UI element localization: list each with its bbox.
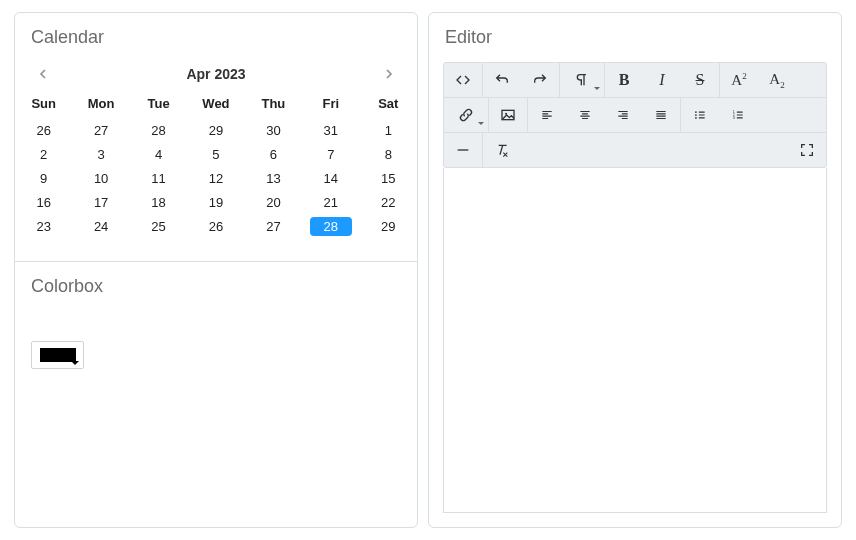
weekday-header: Sun xyxy=(15,94,72,118)
bold-button[interactable]: B xyxy=(605,63,643,97)
calendar-card: Calendar Apr 2023 SunMonTueWedThuFriSat … xyxy=(14,12,418,262)
svg-text:3: 3 xyxy=(733,116,735,120)
calendar-day[interactable]: 27 xyxy=(72,118,129,142)
calendar-day[interactable]: 17 xyxy=(72,190,129,214)
colorbox-card: Colorbox xyxy=(14,261,418,528)
unordered-list-button[interactable] xyxy=(681,98,719,132)
month-label: Apr 2023 xyxy=(186,66,245,82)
align-right-button[interactable] xyxy=(604,98,642,132)
prev-month-button[interactable] xyxy=(31,62,55,86)
editor-content-area[interactable] xyxy=(443,168,827,513)
horizontal-rule-button[interactable] xyxy=(444,133,482,167)
calendar-day[interactable]: 18 xyxy=(130,190,187,214)
calendar-day[interactable]: 5 xyxy=(187,142,244,166)
svg-point-2 xyxy=(695,111,697,113)
calendar-day[interactable]: 10 xyxy=(72,166,129,190)
paragraph-format-button[interactable] xyxy=(560,63,604,97)
undo-button[interactable] xyxy=(483,63,521,97)
align-center-button[interactable] xyxy=(566,98,604,132)
calendar-day[interactable]: 25 xyxy=(130,214,187,238)
calendar-day[interactable]: 1 xyxy=(360,118,417,142)
calendar-day[interactable]: 7 xyxy=(302,142,359,166)
superscript-button[interactable]: A2 xyxy=(720,63,758,97)
italic-button[interactable]: I xyxy=(643,63,681,97)
colorbox-title: Colorbox xyxy=(15,262,417,311)
strikethrough-button[interactable]: S xyxy=(681,63,719,97)
calendar-day[interactable]: 8 xyxy=(360,142,417,166)
align-left-button[interactable] xyxy=(528,98,566,132)
calendar-day[interactable]: 11 xyxy=(130,166,187,190)
calendar-day[interactable]: 31 xyxy=(302,118,359,142)
calendar-day[interactable]: 3 xyxy=(72,142,129,166)
editor-title: Editor xyxy=(429,13,841,62)
calendar-day[interactable]: 26 xyxy=(187,214,244,238)
calendar-day[interactable]: 21 xyxy=(302,190,359,214)
calendar-day[interactable]: 6 xyxy=(245,142,302,166)
clear-formatting-button[interactable] xyxy=(483,133,521,167)
editor-toolbar: B I S A2 A2 xyxy=(443,62,827,168)
calendar-day[interactable]: 22 xyxy=(360,190,417,214)
calendar-day[interactable]: 13 xyxy=(245,166,302,190)
calendar-day[interactable]: 19 xyxy=(187,190,244,214)
calendar-grid: SunMonTueWedThuFriSat 262728293031123456… xyxy=(15,94,417,238)
calendar-day[interactable]: 2 xyxy=(15,142,72,166)
image-button[interactable] xyxy=(489,98,527,132)
calendar-day[interactable]: 14 xyxy=(302,166,359,190)
color-picker[interactable] xyxy=(31,341,84,369)
calendar-title: Calendar xyxy=(15,13,417,62)
calendar-day[interactable]: 27 xyxy=(245,214,302,238)
subscript-button[interactable]: A2 xyxy=(758,63,796,97)
weekday-header: Fri xyxy=(302,94,359,118)
calendar-day[interactable]: 16 xyxy=(15,190,72,214)
link-button[interactable] xyxy=(444,98,488,132)
calendar-day[interactable]: 28 xyxy=(302,214,359,238)
dropdown-caret-icon xyxy=(71,361,79,365)
calendar-day[interactable]: 15 xyxy=(360,166,417,190)
calendar-day[interactable]: 29 xyxy=(187,118,244,142)
align-justify-button[interactable] xyxy=(642,98,680,132)
weekday-header: Mon xyxy=(72,94,129,118)
next-month-button[interactable] xyxy=(377,62,401,86)
calendar-day[interactable]: 23 xyxy=(15,214,72,238)
calendar-day[interactable]: 4 xyxy=(130,142,187,166)
calendar-day[interactable]: 24 xyxy=(72,214,129,238)
svg-point-4 xyxy=(695,117,697,119)
fullscreen-button[interactable] xyxy=(788,133,826,167)
svg-point-3 xyxy=(695,114,697,116)
calendar-day[interactable]: 9 xyxy=(15,166,72,190)
calendar-day[interactable]: 28 xyxy=(130,118,187,142)
weekday-header: Sat xyxy=(360,94,417,118)
weekday-header: Tue xyxy=(130,94,187,118)
weekday-header: Wed xyxy=(187,94,244,118)
color-swatch xyxy=(40,348,76,362)
calendar-day[interactable]: 29 xyxy=(360,214,417,238)
code-view-button[interactable] xyxy=(444,63,482,97)
calendar-day[interactable]: 30 xyxy=(245,118,302,142)
editor-card: Editor B xyxy=(428,12,842,528)
weekday-header: Thu xyxy=(245,94,302,118)
calendar-day[interactable]: 20 xyxy=(245,190,302,214)
redo-button[interactable] xyxy=(521,63,559,97)
calendar-day[interactable]: 26 xyxy=(15,118,72,142)
calendar-day[interactable]: 12 xyxy=(187,166,244,190)
ordered-list-button[interactable]: 123 xyxy=(719,98,757,132)
